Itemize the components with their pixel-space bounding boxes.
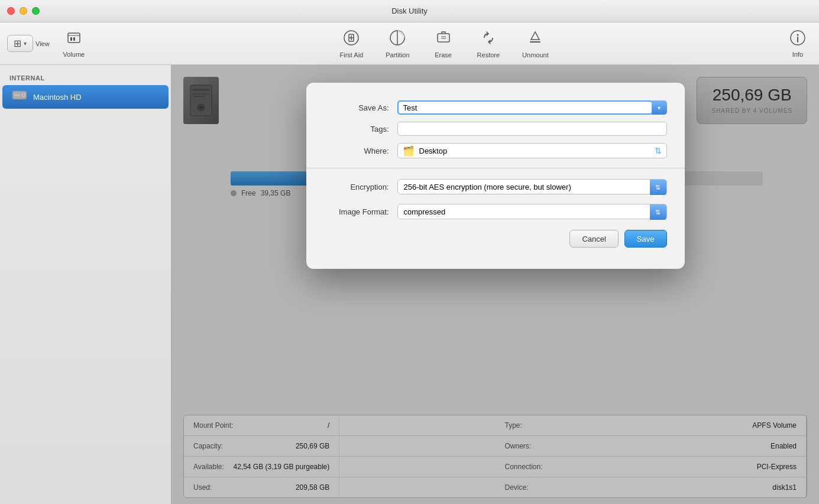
erase-button[interactable]: Erase xyxy=(423,25,464,62)
info-label: Info xyxy=(792,51,803,58)
partition-icon xyxy=(389,29,406,49)
close-button[interactable] xyxy=(7,7,15,15)
title-bar: Disk Utility xyxy=(0,0,819,22)
main-container: Internal Macintosh HD xyxy=(0,65,819,504)
traffic-lights xyxy=(7,7,40,15)
dialog-footer: Cancel Save xyxy=(306,224,685,248)
grid-icon: ⊞ xyxy=(14,38,21,49)
save-as-row: Save As: ▾ xyxy=(306,97,685,118)
unmount-label: Unmount xyxy=(522,51,549,58)
tags-label: Tags: xyxy=(324,125,389,134)
sidebar-item-macintosh-hd[interactable]: Macintosh HD xyxy=(2,85,169,109)
where-select[interactable]: 🗂️ Desktop ⇅ xyxy=(397,143,667,158)
encryption-select[interactable]: 256-bit AES encryption (more secure, but… xyxy=(397,179,667,194)
chevron-down-icon: ▾ xyxy=(24,40,27,47)
volume-label: Volume xyxy=(63,51,85,58)
image-format-value: compressed xyxy=(404,207,661,216)
save-dialog: Save As: ▾ Tags: Where: xyxy=(306,83,685,269)
svg-rect-20 xyxy=(14,94,20,96)
dialog-body: Save As: ▾ Tags: Where: xyxy=(306,83,685,257)
sidebar-item-label: Macintosh HD xyxy=(33,93,82,102)
partition-label: Partition xyxy=(386,51,409,58)
tags-input[interactable] xyxy=(397,122,667,136)
window-title: Disk Utility xyxy=(391,6,428,15)
svg-rect-2 xyxy=(70,37,72,41)
where-value: Desktop xyxy=(419,147,650,155)
save-as-dropdown-button[interactable]: ▾ xyxy=(652,100,667,115)
firstaid-label: First Aid xyxy=(339,51,363,58)
encryption-label: Encryption: xyxy=(324,183,389,191)
sidebar-section-internal: Internal xyxy=(0,72,171,84)
tags-row: Tags: xyxy=(306,118,685,139)
save-as-input[interactable] xyxy=(397,100,653,115)
view-toggle-button[interactable]: ⊞ ▾ xyxy=(7,35,33,52)
folder-icon: 🗂️ xyxy=(403,145,415,157)
info-icon xyxy=(789,30,806,48)
dialog-divider xyxy=(306,168,685,168)
erase-label: Erase xyxy=(435,51,452,58)
save-as-label: Save As: xyxy=(324,103,389,112)
restore-icon xyxy=(480,29,497,49)
svg-point-19 xyxy=(23,95,25,96)
sidebar: Internal Macintosh HD xyxy=(0,65,171,504)
image-format-select[interactable]: compressed ⇅ xyxy=(397,204,667,219)
restore-label: Restore xyxy=(477,51,500,58)
where-arrows[interactable]: ⇅ xyxy=(655,146,662,155)
where-row: Where: 🗂️ Desktop ⇅ xyxy=(306,139,685,162)
volume-icon xyxy=(66,30,82,48)
toolbar-left: ⊞ ▾ View Volume xyxy=(7,26,93,61)
save-button[interactable]: Save xyxy=(624,230,667,248)
firstaid-button[interactable]: First Aid xyxy=(330,25,373,62)
svg-rect-10 xyxy=(438,34,449,42)
view-label: View xyxy=(35,40,50,47)
toolbar-center: First Aid Partition Erase xyxy=(105,25,784,62)
image-format-label: Image Format: xyxy=(324,207,389,216)
firstaid-icon xyxy=(342,29,360,49)
content-area: 250,69 GB SHARED BY 4 VOLUMES Free 39,35… xyxy=(171,65,819,504)
toolbar-right: Info xyxy=(784,26,812,61)
where-label: Where: xyxy=(324,147,389,155)
minimize-button[interactable] xyxy=(20,7,27,15)
restore-button[interactable]: Restore xyxy=(468,25,510,62)
dialog-overlay: Save As: ▾ Tags: Where: xyxy=(171,65,819,504)
image-format-arrow-button[interactable]: ⇅ xyxy=(650,204,666,220)
image-format-row: Image Format: compressed ⇅ xyxy=(306,199,685,224)
info-button[interactable]: Info xyxy=(784,26,812,61)
volume-button[interactable]: Volume xyxy=(55,26,93,61)
encryption-arrow-button[interactable]: ⇅ xyxy=(650,180,666,195)
unmount-icon xyxy=(526,29,544,49)
erase-icon xyxy=(435,29,452,49)
maximize-button[interactable] xyxy=(32,7,40,15)
svg-point-15 xyxy=(797,34,799,35)
svg-rect-3 xyxy=(73,37,75,41)
encryption-value: 256-bit AES encryption (more secure, but… xyxy=(404,183,661,191)
unmount-button[interactable]: Unmount xyxy=(513,25,558,62)
toolbar: ⊞ ▾ View Volume xyxy=(0,22,819,65)
partition-button[interactable]: Partition xyxy=(376,25,419,62)
cancel-button[interactable]: Cancel xyxy=(569,230,618,248)
encryption-row: Encryption: 256-bit AES encryption (more… xyxy=(306,174,685,199)
disk-icon xyxy=(12,89,27,105)
